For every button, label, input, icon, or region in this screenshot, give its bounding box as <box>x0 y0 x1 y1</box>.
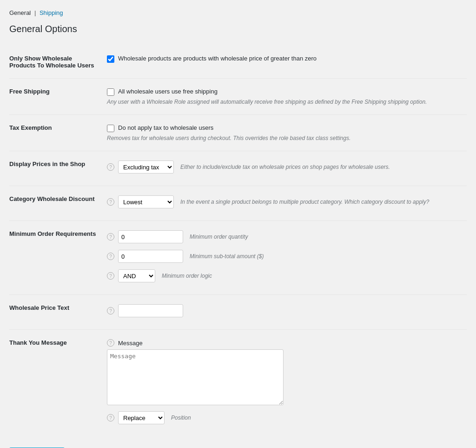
wholesale-price-text-field: ? <box>102 295 467 330</box>
free-shipping-checkbox-text: All wholesale users use free shipping <box>118 88 218 95</box>
minimum-order-field: ? Minimum order quantity ? Minimum sub-t… <box>102 221 467 295</box>
page-title: General Options <box>9 24 467 34</box>
settings-form: Only Show Wholesale Products To Wholesal… <box>9 46 467 436</box>
only-show-wholesale-field: Wholesale products are products with who… <box>102 46 467 79</box>
display-prices-help-icon[interactable]: ? <box>107 163 114 171</box>
min-order-logic-group: ? AND OR Minimum order logic <box>107 269 462 282</box>
min-order-subtotal-desc: Minimum sub-total amount ($) <box>190 253 264 260</box>
thank-you-message-field: ? Message ? Replace Before After Positi <box>102 330 467 437</box>
category-discount-row: Category Wholesale Discount ? Lowest Hig… <box>9 186 467 221</box>
min-order-quantity-input[interactable] <box>118 230 183 243</box>
tax-exemption-checkbox-label[interactable]: Do not apply tax to wholesale users <box>107 124 462 132</box>
wholesale-price-text-field-row: ? <box>107 304 462 317</box>
category-discount-label: Category Wholesale Discount <box>9 186 102 221</box>
thank-you-message-label: Thank You Message <box>9 330 102 437</box>
min-order-quantity-group: ? Minimum order quantity <box>107 230 462 243</box>
free-shipping-help: Any user with a Wholesale Role assigned … <box>107 99 432 105</box>
tax-exemption-label: Tax Exemption <box>9 115 102 151</box>
display-prices-row: Display Prices in the Shop ? Excluding t… <box>9 151 467 186</box>
free-shipping-field: All wholesale users use free shipping An… <box>102 79 467 115</box>
wholesale-price-text-help-icon[interactable]: ? <box>107 307 114 314</box>
thank-you-position-row: ? Replace Before After Position <box>107 411 462 424</box>
display-prices-label: Display Prices in the Shop <box>9 151 102 186</box>
category-discount-field-row: ? Lowest Highest In the event a single p… <box>107 195 462 208</box>
thank-you-message-help-icon[interactable]: ? <box>107 339 114 347</box>
min-order-quantity-desc: Minimum order quantity <box>190 234 248 240</box>
thank-you-message-icon-row: ? Message <box>107 339 462 347</box>
tax-exemption-help: Removes tax for wholesale users during c… <box>107 135 432 141</box>
display-prices-select[interactable]: Excluding tax Including tax <box>118 160 174 174</box>
min-order-subtotal-row: ? Minimum sub-total amount ($) <box>107 250 462 263</box>
free-shipping-checkbox[interactable] <box>107 88 114 96</box>
only-show-wholesale-label: Only Show Wholesale Products To Wholesal… <box>9 46 102 79</box>
minimum-order-row: Minimum Order Requirements ? Minimum ord… <box>9 221 467 295</box>
min-order-logic-help-icon[interactable]: ? <box>107 272 114 280</box>
wholesale-price-text-label: Wholesale Price Text <box>9 295 102 330</box>
category-discount-field: ? Lowest Highest In the event a single p… <box>102 186 467 221</box>
category-discount-select[interactable]: Lowest Highest <box>118 195 174 208</box>
thank-you-message-textarea[interactable] <box>107 349 284 405</box>
min-order-quantity-help-icon[interactable]: ? <box>107 233 114 241</box>
breadcrumb-shipping-link[interactable]: Shipping <box>40 9 63 16</box>
min-order-subtotal-group: ? Minimum sub-total amount ($) <box>107 250 462 263</box>
category-discount-help-icon[interactable]: ? <box>107 198 114 206</box>
wholesale-price-text-row: Wholesale Price Text ? <box>9 295 467 330</box>
display-prices-field: ? Excluding tax Including tax Either to … <box>102 151 467 186</box>
minimum-order-label: Minimum Order Requirements <box>9 221 102 295</box>
free-shipping-label: Free Shipping <box>9 79 102 115</box>
category-discount-desc: In the event a single product belongs to… <box>180 199 429 205</box>
only-show-wholesale-checkbox-label[interactable]: Wholesale products are products with who… <box>107 55 462 63</box>
free-shipping-row: Free Shipping All wholesale users use fr… <box>9 79 467 115</box>
tax-exemption-checkbox-text: Do not apply tax to wholesale users <box>118 124 213 131</box>
only-show-wholesale-row: Only Show Wholesale Products To Wholesal… <box>9 46 467 79</box>
min-order-logic-row: ? AND OR Minimum order logic <box>107 269 462 282</box>
min-order-subtotal-help-icon[interactable]: ? <box>107 253 114 260</box>
display-prices-field-row: ? Excluding tax Including tax Either to … <box>107 160 462 174</box>
thank-you-position-desc: Position <box>171 415 191 421</box>
min-order-logic-desc: Minimum order logic <box>162 273 212 279</box>
tax-exemption-field: Do not apply tax to wholesale users Remo… <box>102 115 467 151</box>
thank-you-position-help-icon[interactable]: ? <box>107 414 114 421</box>
breadcrumb-separator: | <box>34 9 36 16</box>
thank-you-message-textarea-wrap <box>107 349 462 407</box>
min-order-quantity-row: ? Minimum order quantity <box>107 230 462 243</box>
free-shipping-checkbox-label[interactable]: All wholesale users use free shipping <box>107 88 462 96</box>
min-order-logic-select[interactable]: AND OR <box>118 269 155 282</box>
breadcrumb-general: General <box>9 9 31 16</box>
only-show-wholesale-checkbox[interactable] <box>107 55 114 63</box>
thank-you-position-select[interactable]: Replace Before After <box>118 411 165 424</box>
tax-exemption-checkbox[interactable] <box>107 125 114 132</box>
thank-you-message-placeholder-text: Message <box>118 340 143 347</box>
thank-you-message-row: Thank You Message ? Message ? Replace Be… <box>9 330 467 437</box>
display-prices-desc: Either to include/exclude tax on wholesa… <box>180 164 390 170</box>
only-show-wholesale-checkbox-text: Wholesale products are products with who… <box>118 55 317 62</box>
min-order-subtotal-input[interactable] <box>118 250 183 263</box>
tax-exemption-row: Tax Exemption Do not apply tax to wholes… <box>9 115 467 151</box>
wholesale-price-text-input[interactable] <box>118 304 183 317</box>
breadcrumb: General | Shipping <box>9 9 467 16</box>
